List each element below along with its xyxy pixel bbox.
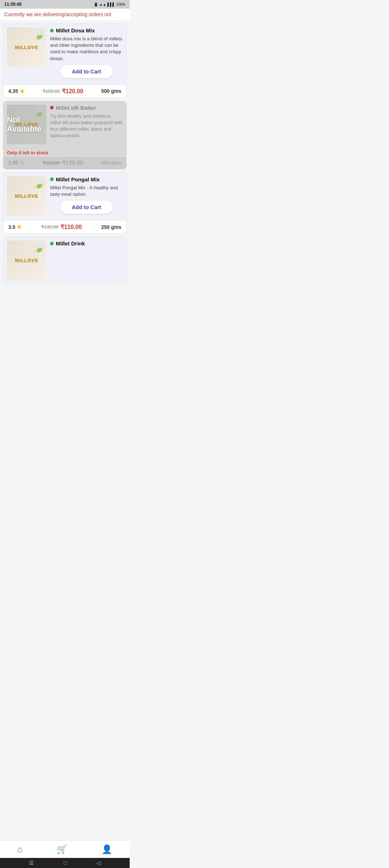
product-info-millet-dosa-mix: Millet Dosa Mix Millet dosa mix is a ble…: [50, 27, 123, 81]
product-weight-pongal: 250 gms: [101, 224, 121, 230]
rating-value-idli: 2.85: [8, 160, 18, 166]
leaf-decoration: 🍃: [33, 177, 46, 189]
product-rating: 4.35 ★: [8, 88, 24, 95]
available-dot-pongal: [50, 177, 54, 181]
battery-text: 100%: [116, 3, 125, 6]
star-icon-idli: ★: [19, 159, 24, 166]
leaf-decoration: 🍃: [33, 241, 46, 253]
millove-logo-text: MILLOVE: [15, 122, 39, 127]
product-description: Millet dosa mix is a blend of millets an…: [50, 36, 123, 62]
product-main-drink: 🍃 MILLOVE Millet Drink: [3, 237, 126, 284]
product-card-millet-idli-batter: 🍃 MILLOVE Not Available Millet Idli Batt…: [3, 101, 127, 169]
sale-price-pongal: ₹110.00: [61, 223, 82, 230]
unavailable-dot: [50, 106, 54, 109]
original-price-idli: ₹118.00: [43, 160, 60, 166]
product-rating-pongal: 3.5 ★: [8, 223, 22, 230]
product-list: 🍃 MILLOVE Millet Dosa Mix Millet dosa mi…: [0, 23, 130, 284]
status-time: 11:35:45: [4, 2, 22, 7]
add-to-cart-button-dosa-mix[interactable]: Add to Cart: [60, 65, 113, 78]
product-image-wrapper-idli: 🍃 MILLOVE Not Available: [7, 105, 46, 144]
price-group: ₹150.00 ₹120.00: [43, 88, 83, 95]
product-image-millet-pongal-mix: 🍃 MILLOVE: [7, 176, 46, 216]
banner-text: Currently we are delivering/accepting or…: [4, 12, 111, 17]
status-icons: 📳 ▲▲ ▌▌▌ 100%: [94, 3, 125, 6]
price-group-idli: ₹118.00 ₹100.00: [43, 159, 83, 166]
price-group-pongal: ₹130.00 ₹110.00: [41, 223, 82, 230]
vibrate-icon: 📳: [94, 3, 98, 6]
product-footer-dosa-mix: 4.35 ★ ₹150.00 ₹120.00 500 gms: [3, 85, 126, 98]
product-description-pongal: Millet Pongal Mix - A healthy and tasty …: [50, 185, 123, 198]
status-bar: 11:35:45 📳 ▲▲ ▌▌▌ 100%: [0, 0, 130, 9]
millove-logo-text: MILLOVE: [15, 258, 39, 263]
product-title-row-idli: Millet Idli Batter: [50, 105, 123, 111]
product-card-millet-pongal-mix: 🍃 MILLOVE Millet Pongal Mix Millet Ponga…: [3, 172, 127, 234]
product-image-wrapper-drink: 🍃 MILLOVE: [7, 240, 46, 280]
product-title-row-drink: Millet Drink: [50, 240, 123, 247]
product-image-millet-drink: 🍃 MILLOVE: [7, 240, 46, 280]
product-image-wrapper: 🍃 MILLOVE: [7, 27, 46, 81]
product-title-row: Millet Dosa Mix: [50, 27, 123, 33]
announcement-banner: Currently we are delivering/accepting or…: [0, 9, 130, 21]
product-info-pongal: Millet Pongal Mix Millet Pongal Mix - A …: [50, 176, 123, 217]
product-info-idli: Millet Idli Batter Try this healthy and …: [50, 105, 123, 144]
signal-icon: ▌▌▌: [107, 3, 115, 6]
product-image-wrapper-pongal: 🍃 MILLOVE: [7, 176, 46, 217]
millove-logo-text: MILLOVE: [15, 193, 39, 199]
add-to-cart-button-pongal-mix[interactable]: Add to Cart: [60, 200, 113, 214]
product-description-idli: Try this healthy and nutritious millet i…: [50, 113, 123, 139]
product-title-idli: Millet Idli Batter: [56, 105, 96, 111]
product-info-drink: Millet Drink: [50, 240, 123, 280]
product-card-millet-dosa-mix: 🍃 MILLOVE Millet Dosa Mix Millet dosa mi…: [3, 23, 127, 98]
spacer: [0, 287, 130, 316]
product-title-drink: Millet Drink: [56, 240, 85, 247]
millove-logo-text: MILLOVE: [15, 45, 39, 50]
original-price: ₹150.00: [43, 89, 60, 94]
product-title: Millet Dosa Mix: [56, 27, 95, 33]
product-main-pongal: 🍃 MILLOVE Millet Pongal Mix Millet Ponga…: [3, 173, 126, 220]
rating-value: 4.35: [8, 88, 18, 94]
out-of-stock-label: Only 0 left in stock: [3, 148, 126, 156]
star-icon-pongal: ★: [17, 223, 22, 230]
product-image-millet-dosa-mix: 🍃 MILLOVE: [7, 27, 46, 67]
product-title-row-pongal: Millet Pongal Mix: [50, 176, 123, 182]
product-footer-idli: 2.85 ★ ₹118.00 ₹100.00 500 gms: [3, 156, 126, 169]
sale-price-idli: ₹100.00: [62, 159, 83, 166]
available-dot: [50, 29, 54, 32]
original-price-pongal: ₹130.00: [41, 224, 58, 230]
sale-price: ₹120.00: [62, 88, 83, 95]
product-title-pongal: Millet Pongal Mix: [56, 176, 100, 182]
rating-value-pongal: 3.5: [8, 224, 15, 230]
product-main: 🍃 MILLOVE Millet Dosa Mix Millet dosa mi…: [3, 24, 126, 85]
wifi-icon: ▲▲: [99, 3, 106, 6]
leaf-decoration: 🍃: [33, 28, 46, 40]
product-footer-pongal: 3.5 ★ ₹130.00 ₹110.00 250 gms: [3, 220, 126, 233]
product-weight-idli: 500 gms: [101, 160, 121, 166]
product-main-idli: 🍃 MILLOVE Not Available Millet Idli Batt…: [3, 101, 126, 148]
product-weight: 500 gms: [101, 88, 121, 94]
product-card-millet-drink: 🍃 MILLOVE Millet Drink: [3, 236, 127, 284]
available-dot-drink: [50, 242, 54, 245]
product-rating-idli: 2.85 ★: [8, 159, 24, 166]
star-icon: ★: [19, 88, 24, 95]
